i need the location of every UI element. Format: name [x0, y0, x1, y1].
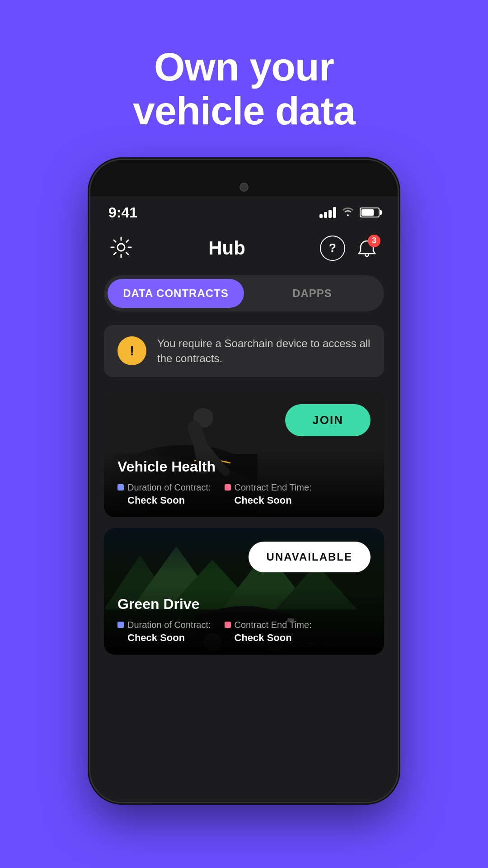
hero-line1: Own your: [154, 44, 334, 89]
green-drive-meta: Duration of Contract: Check Soon Contrac…: [117, 620, 371, 644]
help-button[interactable]: ?: [320, 236, 345, 261]
hero-line2: vehicle data: [133, 88, 355, 133]
status-time: 9:41: [108, 204, 137, 221]
app-title: Hub: [208, 237, 245, 259]
app-screen: 9:41: [90, 196, 398, 802]
vehicle-health-title: Vehicle Health: [117, 458, 371, 475]
vehicle-health-meta: Duration of Contract: Check Soon Contrac…: [117, 482, 371, 506]
status-icons: [319, 206, 380, 219]
status-bar: 9:41: [90, 196, 398, 226]
warning-text: You require a Soarchain device to access…: [157, 336, 371, 366]
green-drive-duration: Duration of Contract: Check Soon: [117, 620, 211, 644]
notification-button[interactable]: 3: [354, 236, 380, 261]
notification-badge: 3: [368, 235, 380, 247]
hero-title: Own your vehicle data: [133, 45, 355, 133]
tab-data-contracts[interactable]: DATA CONTRACTS: [108, 279, 244, 308]
settings-button[interactable]: [108, 235, 134, 262]
tab-dapps[interactable]: DAPPS: [244, 279, 380, 308]
green-drive-duration-value: Check Soon: [117, 632, 211, 644]
green-drive-end-time: Contract End Time: Check Soon: [225, 620, 312, 644]
front-camera: [239, 183, 249, 192]
warning-banner: ! You require a Soarchain device to acce…: [104, 325, 384, 377]
warning-icon: !: [117, 336, 146, 365]
app-header: Hub ? 3: [90, 226, 398, 275]
vehicle-health-card-info: Vehicle Health Duration of Contract: Che…: [104, 449, 384, 517]
vehicle-health-card: JOIN Vehicle Health Duration of Contract…: [104, 391, 384, 517]
green-drive-card-info: Green Drive Duration of Contract: Check …: [104, 587, 384, 655]
vehicle-health-join-button[interactable]: JOIN: [285, 404, 371, 436]
wifi-icon: [342, 206, 354, 219]
end-time-dot: [225, 484, 231, 491]
vehicle-health-end-value: Check Soon: [225, 495, 312, 506]
green-drive-end-time-dot: [225, 622, 231, 628]
green-drive-card: UNAVAILABLE Green Drive Duration of Cont…: [104, 528, 384, 655]
hero-section: Own your vehicle data: [133, 45, 355, 133]
green-drive-duration-dot: [117, 622, 124, 628]
battery-icon: [360, 208, 380, 217]
green-drive-end-value: Check Soon: [225, 632, 312, 644]
header-actions: ? 3: [320, 236, 380, 261]
vehicle-health-duration-value: Check Soon: [117, 495, 211, 506]
duration-dot: [117, 484, 124, 491]
green-drive-title: Green Drive: [117, 596, 371, 613]
vehicle-health-end-time: Contract End Time: Check Soon: [225, 482, 312, 506]
notch-area: [90, 160, 398, 196]
phone-shell: 9:41: [90, 160, 398, 802]
vehicle-health-duration: Duration of Contract: Check Soon: [117, 482, 211, 506]
tab-bar: DATA CONTRACTS DAPPS: [104, 275, 384, 311]
svg-point-0: [117, 244, 125, 251]
green-drive-unavailable-button[interactable]: UNAVAILABLE: [249, 542, 371, 572]
signal-icon: [319, 207, 336, 218]
